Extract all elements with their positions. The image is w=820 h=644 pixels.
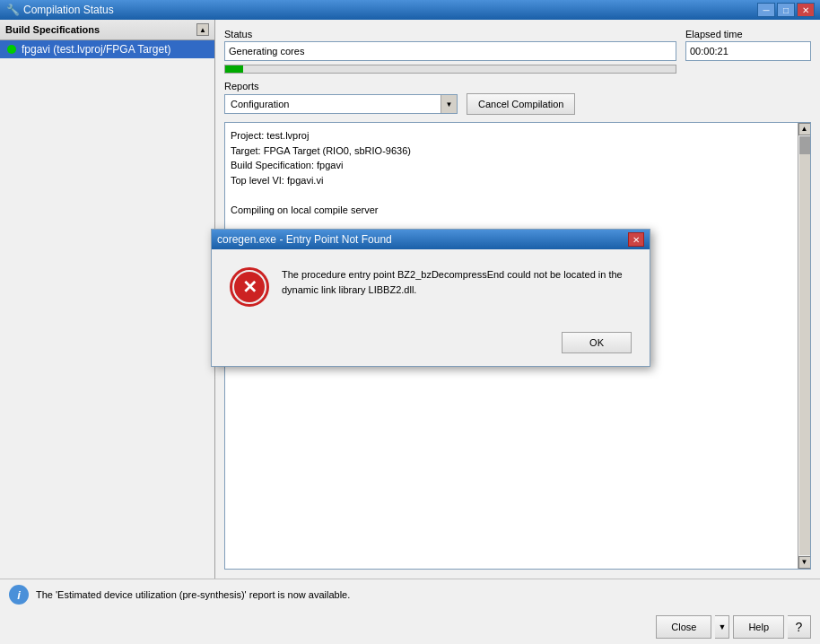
footer-buttons: Close ▼ Help ?	[0, 610, 820, 644]
log-line: Build Specification: fpgavi	[231, 158, 792, 173]
status-input[interactable]	[224, 41, 676, 61]
status-label: Status	[224, 29, 676, 39]
status-group: Status	[224, 29, 676, 74]
bottom-info-text: The 'Estimated device utilization (pre-s…	[36, 589, 350, 600]
app-icon: 🔧	[5, 3, 20, 17]
log-line: Compiling on local compile server	[231, 203, 792, 218]
log-line	[231, 187, 792, 203]
log-scrollbar: ▲ ▼	[798, 123, 810, 569]
modal-footer: OK	[212, 325, 650, 366]
error-x-mark: ✕	[242, 278, 257, 296]
error-icon: ✕	[230, 267, 269, 307]
ok-button[interactable]: OK	[562, 332, 632, 353]
panel-header-label: Build Specifications	[5, 24, 100, 35]
left-panel: Build Specifications ▲ fpgavi (test.lvpr…	[0, 20, 215, 579]
status-row: Status Elapsed time	[224, 29, 811, 74]
window-controls: ─ □ ✕	[757, 3, 815, 17]
modal-close-button[interactable]: ✕	[628, 232, 644, 247]
minimize-button[interactable]: ─	[757, 3, 775, 17]
panel-scroll-up[interactable]: ▲	[196, 23, 209, 36]
modal-content: ✕ The procedure entry point BZ2_bzDecomp…	[212, 249, 650, 325]
reports-section: Reports Configuration ▼ Cancel Compilati…	[224, 81, 811, 115]
close-button[interactable]: ✕	[797, 3, 815, 17]
maximize-button[interactable]: □	[777, 3, 795, 17]
error-icon-inner: ✕	[234, 272, 265, 302]
progress-bar-container	[224, 65, 676, 74]
modal-dialog: coregen.exe - Entry Point Not Found ✕ ✕ …	[211, 229, 650, 367]
scrollbar-track	[799, 136, 810, 555]
help-button[interactable]: Help	[733, 615, 784, 639]
build-status-dot	[7, 45, 16, 54]
reports-select-dropdown[interactable]: ▼	[441, 95, 457, 113]
reports-label: Reports	[224, 81, 811, 91]
scrollbar-up-button[interactable]: ▲	[798, 123, 811, 135]
panel-header: Build Specifications ▲	[0, 20, 214, 40]
reports-select[interactable]: Configuration ▼	[224, 94, 458, 114]
elapsed-group: Elapsed time	[685, 29, 811, 61]
progress-bar-fill	[225, 65, 243, 73]
window-title: Compilation Status	[23, 4, 757, 16]
log-line: Target: FPGA Target (RIO0, sbRIO-9636)	[231, 144, 792, 159]
help-icon-button[interactable]: ?	[788, 615, 811, 639]
modal-message: The procedure entry point BZ2_bzDecompre…	[282, 267, 632, 297]
reports-row: Configuration ▼ Cancel Compilation	[224, 93, 811, 115]
log-line: Top level VI: fpgavi.vi	[231, 173, 792, 188]
info-icon: i	[9, 585, 29, 605]
scrollbar-down-button[interactable]: ▼	[798, 556, 811, 569]
cancel-compilation-button[interactable]: Cancel Compilation	[467, 93, 575, 115]
modal-title: coregen.exe - Entry Point Not Found	[217, 233, 628, 246]
log-line: Project: test.lvproj	[231, 128, 792, 144]
build-item[interactable]: fpgavi (test.lvproj/FPGA Target)	[0, 40, 214, 58]
elapsed-label: Elapsed time	[685, 29, 811, 39]
bottom-bar: i The 'Estimated device utilization (pre…	[0, 579, 820, 610]
modal-title-bar: coregen.exe - Entry Point Not Found ✕	[212, 230, 650, 249]
close-dropdown-arrow[interactable]: ▼	[715, 615, 729, 639]
title-bar: 🔧 Compilation Status ─ □ ✕	[0, 0, 820, 20]
reports-select-value: Configuration	[225, 97, 441, 111]
close-button[interactable]: Close	[656, 615, 711, 639]
build-item-label: fpgavi (test.lvproj/FPGA Target)	[22, 43, 171, 56]
scrollbar-thumb[interactable]	[799, 136, 810, 154]
elapsed-input	[685, 41, 811, 61]
